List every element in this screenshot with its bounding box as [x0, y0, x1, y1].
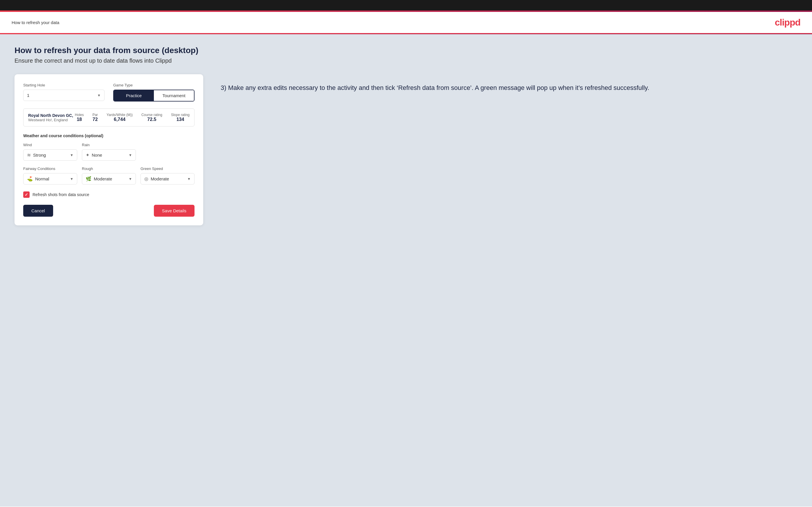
- wind-select-wrapper: ≋ Strong Calm Light Moderate ▼: [23, 149, 77, 161]
- green-speed-icon: ◎: [144, 176, 148, 181]
- course-row: Royal North Devon GC, Westward Ho!, Engl…: [23, 109, 195, 126]
- header-title: How to refresh your data: [12, 20, 59, 25]
- fairway-select-wrapper: ⛳ Normal Soft Firm ▼: [23, 173, 77, 184]
- stat-slope-rating: Slope rating 134: [171, 113, 190, 122]
- game-type-toggle: Practice Tournament: [113, 90, 195, 102]
- rain-label: Rain: [82, 143, 136, 147]
- rain-select-wrapper: ✦ None Light Heavy ▼: [82, 149, 136, 161]
- refresh-checkbox[interactable]: [23, 191, 30, 198]
- refresh-checkbox-label: Refresh shots from data source: [33, 192, 89, 197]
- course-name: Royal North Devon GC,: [28, 113, 73, 118]
- main-content: How to refresh your data from source (de…: [0, 34, 812, 506]
- top-bar: [0, 0, 812, 10]
- holes-label: Holes: [75, 113, 84, 117]
- green-speed-select[interactable]: Moderate Slow Fast: [151, 173, 186, 184]
- rain-select[interactable]: None Light Heavy: [92, 150, 128, 160]
- page-heading: How to refresh your data from source (de…: [14, 46, 798, 55]
- starting-hole-label: Starting Hole: [23, 83, 104, 87]
- side-text: 3) Make any extra edits necessary to the…: [221, 74, 798, 93]
- slope-rating-value: 134: [176, 117, 184, 122]
- side-description: 3) Make any extra edits necessary to the…: [221, 83, 798, 93]
- course-stats: Holes 18 Par 72 Yards/White (M)) 6,744 C…: [75, 113, 190, 122]
- rain-group: Rain ✦ None Light Heavy ▼: [82, 143, 136, 161]
- wind-rain-row: Wind ≋ Strong Calm Light Moderate ▼ Rain: [23, 143, 195, 161]
- form-top-row: Starting Hole 1 2 10 ▼ Game Type Practic…: [23, 83, 195, 102]
- fairway-icon: ⛳: [27, 176, 33, 181]
- rough-group: Rough 🌿 Moderate Light Heavy ▼: [82, 167, 136, 184]
- green-speed-select-wrapper: ◎ Moderate Slow Fast ▼: [141, 173, 195, 184]
- rain-icon: ✦: [86, 152, 89, 158]
- wind-select[interactable]: Strong Calm Light Moderate: [33, 150, 69, 160]
- rough-arrow-icon: ▼: [129, 177, 132, 181]
- stat-par: Par 72: [92, 113, 98, 122]
- rain-arrow-icon: ▼: [129, 153, 132, 157]
- course-rating-label: Course rating: [141, 113, 162, 117]
- rain-spacer: [141, 143, 195, 161]
- wind-icon: ≋: [27, 152, 31, 158]
- wind-arrow-icon: ▼: [70, 153, 73, 157]
- yards-label: Yards/White (M)): [107, 113, 133, 117]
- rough-select-wrapper: 🌿 Moderate Light Heavy ▼: [82, 173, 136, 184]
- fairway-group: Fairway Conditions ⛳ Normal Soft Firm ▼: [23, 167, 77, 184]
- rough-select[interactable]: Moderate Light Heavy: [94, 173, 128, 184]
- starting-hole-wrapper: 1 2 10 ▼: [23, 90, 104, 101]
- tournament-btn[interactable]: Tournament: [154, 90, 194, 101]
- fairway-label: Fairway Conditions: [23, 167, 77, 171]
- wind-label: Wind: [23, 143, 77, 147]
- course-rating-value: 72.5: [147, 117, 156, 122]
- logo: clippd: [775, 17, 800, 28]
- slope-rating-label: Slope rating: [171, 113, 190, 117]
- stat-yards: Yards/White (M)) 6,744: [107, 113, 133, 122]
- save-button[interactable]: Save Details: [154, 205, 195, 217]
- form-card: Starting Hole 1 2 10 ▼ Game Type Practic…: [14, 74, 203, 225]
- game-type-label: Game Type: [113, 83, 195, 87]
- rough-label: Rough: [82, 167, 136, 171]
- wind-group: Wind ≋ Strong Calm Light Moderate ▼: [23, 143, 77, 161]
- game-type-group: Game Type Practice Tournament: [113, 83, 195, 102]
- par-value: 72: [93, 117, 98, 122]
- page-subheading: Ensure the correct and most up to date d…: [14, 57, 798, 64]
- green-speed-group: Green Speed ◎ Moderate Slow Fast ▼: [141, 167, 195, 184]
- yards-value: 6,744: [114, 117, 125, 122]
- starting-hole-group: Starting Hole 1 2 10 ▼: [23, 83, 104, 102]
- holes-value: 18: [77, 117, 82, 122]
- par-label: Par: [92, 113, 98, 117]
- course-location: Westward Ho!, England: [28, 118, 73, 122]
- rough-icon: 🌿: [86, 176, 92, 181]
- refresh-checkbox-row: Refresh shots from data source: [23, 191, 195, 198]
- form-buttons: Cancel Save Details: [23, 205, 195, 217]
- weather-section-title: Weather and course conditions (optional): [23, 133, 195, 138]
- stat-course-rating: Course rating 72.5: [141, 113, 162, 122]
- content-layout: Starting Hole 1 2 10 ▼ Game Type Practic…: [14, 74, 798, 225]
- header: How to refresh your data clippd: [0, 12, 812, 34]
- starting-hole-select[interactable]: 1 2 10: [23, 90, 104, 101]
- green-speed-label: Green Speed: [141, 167, 195, 171]
- fairway-arrow-icon: ▼: [70, 177, 73, 181]
- conditions-row3: Fairway Conditions ⛳ Normal Soft Firm ▼ …: [23, 167, 195, 184]
- stat-holes: Holes 18: [75, 113, 84, 122]
- fairway-select[interactable]: Normal Soft Firm: [35, 173, 69, 184]
- course-info: Royal North Devon GC, Westward Ho!, Engl…: [28, 113, 73, 122]
- practice-btn[interactable]: Practice: [114, 90, 154, 101]
- green-speed-arrow-icon: ▼: [187, 177, 191, 181]
- cancel-button[interactable]: Cancel: [23, 205, 53, 217]
